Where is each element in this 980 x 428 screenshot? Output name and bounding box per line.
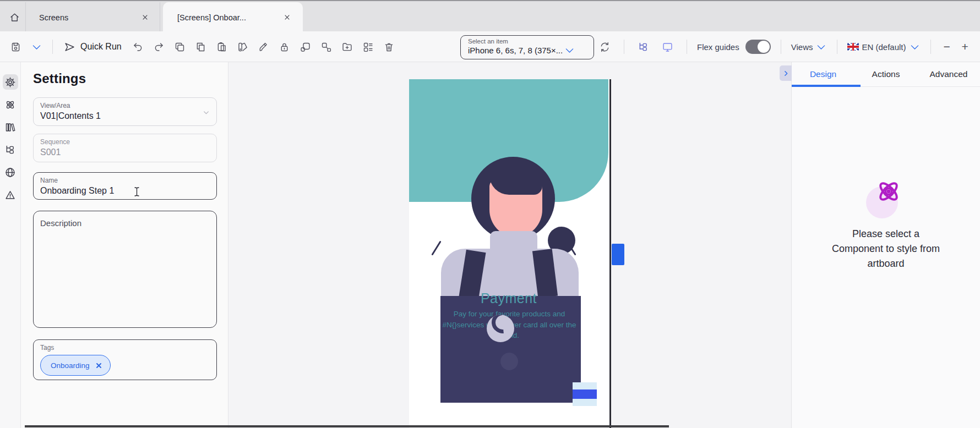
delete-button[interactable]: [380, 38, 398, 56]
chevron-right-icon: [782, 70, 790, 77]
inspector-empty-state: Please select a Component to style from …: [792, 178, 980, 271]
chevron-down-icon: [203, 109, 210, 116]
sync-button[interactable]: [596, 38, 614, 56]
lock-icon: [279, 41, 290, 53]
description-textarea[interactable]: Description: [33, 211, 217, 328]
layers-tree-button[interactable]: [634, 38, 652, 56]
description-placeholder: Description: [40, 218, 210, 228]
home-icon: [9, 12, 20, 23]
atom-icon: [4, 99, 16, 111]
divider: [687, 40, 687, 54]
illustration-spark-left: [431, 240, 441, 255]
illustration-hand: [487, 315, 514, 342]
inspector-tabs: Design Actions Advanced: [792, 62, 980, 87]
chevron-down-icon: [564, 45, 575, 56]
quick-run-label: Quick Run: [80, 42, 122, 52]
close-tab-button[interactable]: [138, 10, 152, 25]
tag-chip-label: Onboarding: [51, 361, 90, 370]
quick-run-button[interactable]: Quick Run: [59, 37, 126, 57]
active-tab-underline: [792, 85, 861, 87]
rail-issues-button[interactable]: [3, 187, 18, 202]
views-label: Views: [791, 42, 813, 52]
components-button[interactable]: [359, 38, 377, 56]
brush-icon: [258, 41, 269, 53]
rail-components-button[interactable]: [3, 97, 18, 112]
duplicate-icon: [195, 41, 206, 53]
paste-icon: [216, 41, 227, 53]
new-folder-icon: [341, 41, 353, 53]
tab-screens-onboarding[interactable]: [Screens] Onboar...: [163, 2, 303, 32]
horizontal-scrollbar[interactable]: [25, 425, 669, 427]
tab-screens[interactable]: Screens: [25, 2, 160, 32]
brush-button[interactable]: [254, 38, 273, 56]
view-area-label: View/Area: [40, 102, 210, 109]
trash-icon: [383, 41, 395, 53]
artboard[interactable]: Payment Pay for your favorite products a…: [409, 79, 610, 428]
theme-button[interactable]: [233, 38, 252, 56]
group-button[interactable]: [296, 38, 314, 56]
uk-flag-icon: [847, 43, 859, 51]
sequence-label: Sequence: [40, 138, 210, 146]
rail-tree-button[interactable]: [3, 142, 18, 157]
name-value: Onboarding Step 1: [40, 186, 210, 196]
window-tab-bar: Screens [Screens] Onboar...: [0, 0, 980, 31]
resize-handle[interactable]: [612, 244, 624, 265]
name-input[interactable]: Name Onboarding Step 1: [33, 172, 217, 200]
sync-icon: [599, 41, 611, 53]
illustration-dot: [500, 353, 518, 370]
paste-button[interactable]: [213, 38, 231, 56]
ungroup-button[interactable]: [317, 38, 335, 56]
sequence-field[interactable]: Sequence S001: [33, 134, 217, 162]
illustration-card-badge: [573, 382, 597, 406]
new-folder-button[interactable]: [338, 38, 356, 56]
zoom-out-button[interactable]: −: [941, 40, 953, 53]
close-icon: [284, 14, 291, 21]
tab-advanced[interactable]: Advanced: [917, 62, 980, 86]
atom-icon: [875, 178, 902, 205]
theme-palette-icon: [237, 41, 248, 53]
close-tab-button[interactable]: [280, 10, 294, 25]
layers-tree-icon: [638, 41, 649, 53]
view-area-select[interactable]: View/Area V01|Contents 1: [33, 97, 217, 126]
save-menu-button[interactable]: [28, 38, 46, 56]
duplicate-button[interactable]: [192, 38, 210, 56]
text-cursor-icon: [134, 186, 140, 197]
tab-actions[interactable]: Actions: [854, 62, 917, 86]
save-button[interactable]: [7, 38, 25, 56]
views-dropdown[interactable]: Views: [791, 41, 827, 53]
name-label: Name: [40, 177, 210, 184]
artboard-right-edge[interactable]: [609, 79, 611, 428]
chevron-down-icon: [815, 41, 827, 53]
device-selector-value: iPhone 6, 6s, 7, 8 (375×...: [468, 46, 563, 55]
toggle-knob: [758, 41, 770, 53]
rail-globe-button[interactable]: [3, 164, 18, 180]
lock-button[interactable]: [275, 38, 293, 56]
rail-settings-button[interactable]: [3, 74, 18, 90]
redo-icon: [153, 41, 165, 53]
remove-tag-icon[interactable]: [96, 363, 102, 369]
tag-chip-onboarding[interactable]: Onboarding: [40, 355, 111, 376]
language-dropdown[interactable]: EN (default): [847, 41, 920, 53]
library-books-icon: [4, 122, 16, 133]
zoom-in-button[interactable]: +: [959, 40, 971, 53]
tags-label: Tags: [40, 344, 210, 352]
rail-library-button[interactable]: [3, 119, 18, 135]
collapse-panel-button[interactable]: [780, 65, 792, 81]
redo-button[interactable]: [150, 38, 168, 56]
flex-guides-toggle[interactable]: [745, 40, 771, 54]
undo-button[interactable]: [129, 38, 147, 56]
preview-monitor-button[interactable]: [658, 38, 677, 56]
device-selector[interactable]: Select an item iPhone 6, 6s, 7, 8 (375×.…: [460, 35, 594, 59]
ungroup-icon: [320, 41, 332, 53]
tags-field[interactable]: Tags Onboarding: [33, 339, 217, 380]
divider: [781, 40, 781, 54]
warning-triangle-icon: [4, 189, 16, 201]
artboard-heading[interactable]: Payment: [409, 290, 608, 306]
divider: [52, 40, 53, 54]
tab-label: Screens: [39, 13, 68, 22]
tab-design[interactable]: Design: [792, 62, 854, 86]
home-button[interactable]: [6, 8, 23, 26]
globe-icon: [4, 167, 16, 178]
copy-button[interactable]: [171, 38, 189, 56]
design-canvas[interactable]: Payment Pay for your favorite products a…: [228, 62, 791, 428]
